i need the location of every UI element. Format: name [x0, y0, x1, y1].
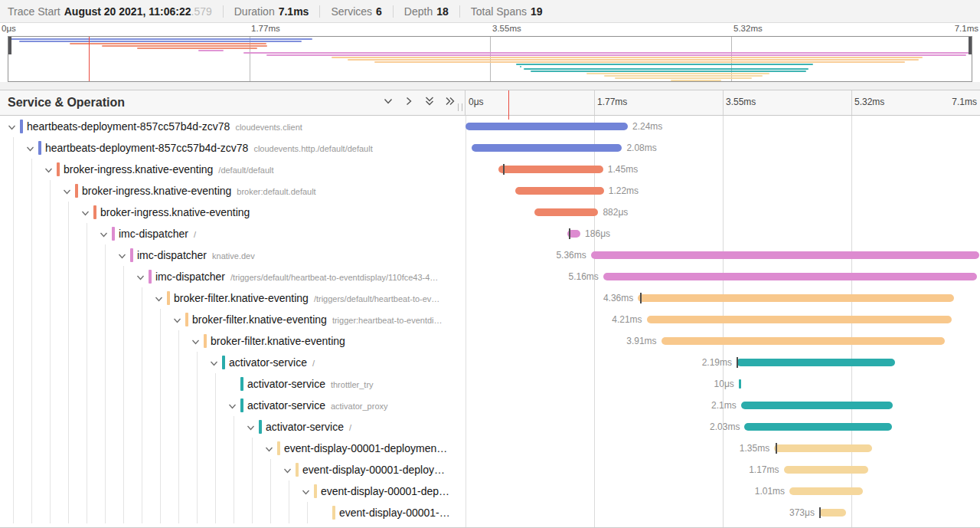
- span-row[interactable]: activator-service/2.19ms: [0, 352, 980, 373]
- tree-indent-guide: [215, 395, 216, 416]
- span-row[interactable]: broker-ingress.knative-eventing882μs: [0, 202, 980, 223]
- span-duration-bar[interactable]: [819, 509, 846, 517]
- span-log-marker[interactable]: [503, 164, 505, 175]
- trace-start-fraction: .579: [191, 5, 212, 18]
- expand-one-button[interactable]: [402, 96, 416, 110]
- tree-indent-guide: [31, 459, 32, 480]
- span-tree-cell: broker-ingress.knative-eventing/default/…: [0, 159, 466, 180]
- span-collapse-chevron-icon[interactable]: [136, 272, 145, 282]
- minimap-right-scrubber[interactable]: [969, 37, 972, 54]
- tree-indent-guide: [123, 416, 124, 438]
- tree-indent-guide: [270, 459, 271, 480]
- span-duration-bar[interactable]: [784, 466, 869, 474]
- span-duration-bar[interactable]: [534, 208, 598, 216]
- service-color-strip: [185, 313, 188, 326]
- span-duration-bar[interactable]: [591, 251, 979, 259]
- span-duration-bar[interactable]: [603, 273, 977, 280]
- span-duration-bar[interactable]: [789, 487, 863, 495]
- span-collapse-chevron-icon[interactable]: [99, 229, 109, 239]
- span-duration-bar[interactable]: [638, 294, 954, 302]
- span-collapse-chevron-icon[interactable]: [154, 294, 164, 303]
- span-duration-bar[interactable]: [737, 359, 895, 366]
- ruler-tick-label: 0μs: [469, 97, 484, 107]
- tree-indent-guide: [105, 480, 106, 502]
- span-row[interactable]: broker-filter.knative-eventing3.91ms: [0, 330, 980, 352]
- span-collapse-chevron-icon[interactable]: [80, 208, 90, 218]
- tree-indent-guide: [31, 373, 32, 395]
- span-collapse-chevron-icon[interactable]: [44, 165, 54, 175]
- service-name: broker-ingress.knative-eventing: [82, 180, 231, 202]
- collapse-all-button[interactable]: [423, 96, 436, 110]
- span-log-marker[interactable]: [737, 357, 738, 368]
- span-collapse-chevron-icon[interactable]: [25, 143, 35, 153]
- span-duration-bar[interactable]: [741, 402, 893, 409]
- span-row[interactable]: heartbeats-deployment-857cc57b4d-zcv78cl…: [0, 116, 980, 137]
- service-color-strip: [38, 141, 41, 155]
- operation-name: throttler_try: [331, 374, 374, 395]
- tree-indent-guide: [50, 244, 51, 266]
- span-duration-bar[interactable]: [739, 379, 741, 389]
- span-row[interactable]: heartbeats-deployment-857cc57b4d-zcv78cl…: [0, 137, 980, 159]
- span-duration-bar[interactable]: [472, 144, 622, 152]
- column-resize-grip[interactable]: [458, 103, 462, 111]
- span-name-group: imc-dispatcher/: [119, 223, 464, 244]
- tree-indent-guide: [50, 223, 51, 244]
- span-duration-bar[interactable]: [498, 166, 603, 173]
- span-duration-bar[interactable]: [662, 337, 945, 345]
- span-row[interactable]: activator-service/2.03ms: [0, 416, 980, 438]
- span-duration-bar[interactable]: [774, 444, 872, 452]
- tree-indent-guide: [31, 330, 32, 352]
- expand-all-button[interactable]: [443, 96, 457, 110]
- span-duration-bar[interactable]: [744, 423, 891, 431]
- span-row[interactable]: broker-filter.knative-eventingtrigger:he…: [0, 309, 980, 330]
- span-duration-bar[interactable]: [466, 123, 628, 130]
- span-collapse-chevron-icon[interactable]: [191, 336, 201, 346]
- collapse-one-button[interactable]: [381, 96, 395, 110]
- span-collapse-chevron-icon[interactable]: [283, 465, 292, 475]
- tree-indent-guide: [178, 330, 179, 352]
- tree-indent-guide: [68, 330, 69, 352]
- span-duration-label: 1.45ms: [608, 159, 638, 180]
- span-row[interactable]: event-display-00001-deploy…1.17ms: [0, 459, 980, 480]
- span-row[interactable]: imc-dispatcherknative.dev5.36ms: [0, 244, 980, 266]
- span-collapse-chevron-icon[interactable]: [209, 358, 219, 368]
- minimap-span-bar: [524, 68, 808, 70]
- span-collapse-chevron-icon[interactable]: [172, 315, 182, 325]
- span-row[interactable]: event-display-00001-dep…1.01ms: [0, 480, 980, 502]
- span-row[interactable]: activator-serviceactivator_proxy2.1ms: [0, 395, 980, 416]
- tree-indent-guide: [50, 416, 51, 438]
- span-row[interactable]: broker-filter.knative-eventing/triggers/…: [0, 287, 980, 309]
- span-collapse-chevron-icon[interactable]: [7, 122, 17, 132]
- span-collapse-chevron-icon[interactable]: [62, 186, 72, 196]
- span-log-marker[interactable]: [819, 507, 821, 518]
- minimap-canvas[interactable]: [8, 36, 972, 82]
- tree-indent-guide: [123, 373, 124, 395]
- span-row[interactable]: imc-dispatcher/triggers/default/heartbea…: [0, 266, 980, 287]
- minimap-left-scrubber[interactable]: [8, 37, 11, 54]
- span-duration-bar[interactable]: [647, 316, 952, 323]
- span-collapse-chevron-icon[interactable]: [264, 444, 274, 454]
- span-row[interactable]: activator-servicethrottler_try10μs: [0, 373, 980, 395]
- operation-name: trigger:heartbeat-to-eventdi…: [332, 310, 443, 330]
- span-log-marker[interactable]: [776, 443, 777, 454]
- span-row[interactable]: imc-dispatcher/186μs: [0, 223, 980, 244]
- span-collapse-chevron-icon[interactable]: [227, 401, 237, 411]
- span-row[interactable]: event-display-00001-deploymen…1.35ms: [0, 438, 980, 459]
- tree-indent-guide: [31, 180, 32, 202]
- span-duration-bar[interactable]: [515, 187, 603, 195]
- span-collapse-chevron-icon[interactable]: [301, 487, 311, 497]
- span-row[interactable]: broker-ingress.knative-eventingbroker:de…: [0, 180, 980, 202]
- tree-indent-guide: [50, 459, 51, 480]
- tree-indent-guide: [178, 438, 179, 459]
- span-collapse-chevron-icon[interactable]: [117, 251, 127, 261]
- span-collapse-chevron-icon[interactable]: [246, 422, 256, 432]
- tree-indent-guide: [142, 416, 142, 438]
- span-log-marker[interactable]: [640, 293, 642, 303]
- span-row[interactable]: event-display-00001-…373μs: [0, 502, 980, 523]
- span-tree-cell: event-display-00001-deploy…: [0, 459, 466, 480]
- span-row[interactable]: broker-ingress.knative-eventing/default/…: [0, 159, 980, 180]
- span-tree-cell: event-display-00001-dep…: [0, 480, 466, 502]
- tree-indent-guide: [160, 416, 161, 438]
- tree-indent-guide: [105, 395, 106, 416]
- span-log-marker[interactable]: [569, 228, 570, 239]
